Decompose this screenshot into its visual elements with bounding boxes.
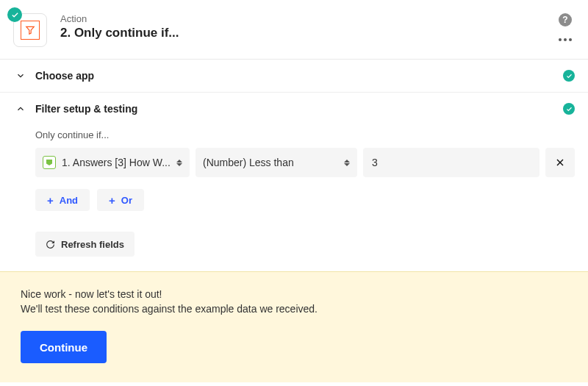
chevron-up-icon	[13, 104, 28, 114]
filter-condition-select[interactable]: (Number) Less than	[196, 148, 357, 177]
test-message-line1: Nice work - now let's test it out!	[21, 288, 567, 300]
source-app-icon	[43, 156, 56, 169]
action-header: Action 2. Only continue if... ?	[0, 0, 588, 60]
section-complete-icon	[563, 103, 575, 115]
header-title: 2. Only continue if...	[60, 26, 556, 40]
test-message-line2: We'll test these conditions against the …	[21, 303, 567, 315]
header-text: Action 2. Only continue if...	[60, 13, 556, 40]
sort-caret-icon	[176, 160, 182, 166]
remove-condition-button[interactable]	[545, 148, 575, 177]
continue-button[interactable]: Continue	[21, 331, 107, 363]
add-or-button[interactable]: + Or	[97, 189, 144, 211]
svg-marker-0	[26, 26, 35, 34]
filter-value-input[interactable]	[363, 148, 539, 177]
refresh-fields-button[interactable]: Refresh fields	[35, 232, 135, 257]
filter-field-text: 1. Answers [3] How W...	[62, 157, 172, 168]
chevron-down-icon	[13, 71, 28, 81]
filter-condition-row: 1. Answers [3] How W... (Number) Less th…	[35, 148, 575, 177]
filter-condition-text: (Number) Less than	[203, 157, 340, 168]
header-eyebrow: Action	[60, 13, 556, 24]
action-icon-wrap	[13, 13, 47, 47]
status-check-icon	[7, 7, 22, 22]
refresh-label: Refresh fields	[61, 239, 124, 250]
section-filter-setup[interactable]: Filter setup & testing	[0, 93, 588, 125]
filter-field-select[interactable]: 1. Answers [3] How W...	[35, 148, 190, 177]
add-and-button[interactable]: + And	[35, 189, 90, 211]
refresh-icon	[46, 240, 55, 249]
logic-buttons: + And + Or	[35, 189, 575, 211]
test-footer: Nice work - now let's test it out! We'll…	[0, 271, 588, 382]
more-menu-icon[interactable]	[556, 35, 575, 44]
help-icon[interactable]: ?	[559, 13, 572, 26]
section-title-choose-app: Choose app	[35, 70, 563, 82]
section-choose-app[interactable]: Choose app	[0, 60, 588, 93]
close-icon	[554, 157, 566, 168]
and-label: And	[60, 195, 78, 206]
section-complete-icon	[563, 70, 575, 82]
section-title-filter-setup: Filter setup & testing	[35, 103, 563, 115]
sort-caret-icon	[344, 160, 350, 166]
header-actions: ?	[556, 13, 575, 44]
filter-condition-label: Only continue if...	[35, 129, 575, 140]
plus-icon: +	[109, 194, 115, 207]
filter-body: Only continue if... 1. Answers [3] How W…	[0, 125, 588, 271]
plus-icon: +	[47, 194, 54, 207]
or-label: Or	[121, 195, 132, 206]
